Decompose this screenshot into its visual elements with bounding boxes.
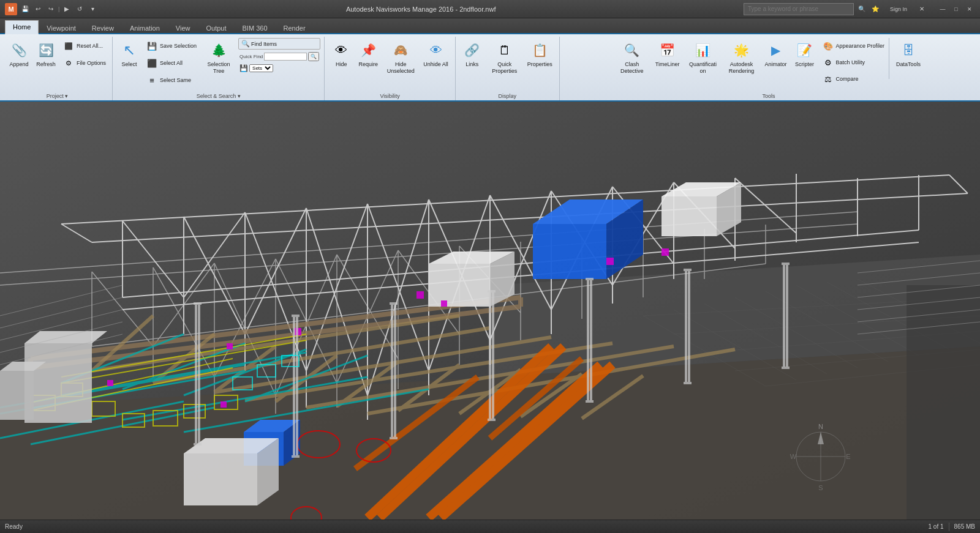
page-indicator: 1 of 1: [929, 523, 944, 530]
properties-icon: 📋: [530, 40, 549, 60]
datatools-button[interactable]: 🗄 DataTools: [893, 38, 924, 70]
svg-rect-106: [533, 224, 606, 279]
append-button[interactable]: 📎 Append: [6, 38, 32, 70]
tools-group-label: Tools: [560, 93, 978, 99]
selection-tree-button[interactable]: 🌲 Selection Tree: [200, 38, 237, 77]
find-items-label: Find Items: [251, 41, 277, 47]
datatools-icon: 🗄: [899, 40, 918, 60]
datatools-group: 🗄 DataTools: [889, 38, 924, 79]
properties-label: Properties: [527, 61, 552, 68]
save-selection-icon: 💾: [146, 40, 158, 52]
qa-save[interactable]: 💾: [20, 4, 31, 15]
timeliner-button[interactable]: 📅 TimeLiner: [652, 38, 683, 70]
quick-find-bar: Quick Find 🔍: [238, 51, 320, 62]
quick-properties-button[interactable]: 🗒 Quick Properties: [486, 38, 523, 77]
svg-rect-144: [417, 291, 424, 299]
title-bar-left: M 💾 ↩ ↪ | ▶ ↺ ▾: [5, 3, 98, 15]
qa-undo[interactable]: ↩: [32, 4, 43, 15]
links-button[interactable]: 🔗 Links: [459, 38, 485, 70]
reset-all-label: Reset All...: [77, 43, 103, 50]
quantification-icon: 📊: [693, 40, 712, 60]
tab-render[interactable]: Render: [276, 21, 314, 34]
tab-output[interactable]: Output: [198, 21, 235, 34]
autodesk-rendering-button[interactable]: 🌟 Autodesk Rendering: [723, 38, 760, 77]
app-icon[interactable]: M: [5, 3, 17, 15]
status-right: 1 of 1 865 MB: [929, 523, 976, 531]
tab-review[interactable]: Review: [84, 21, 122, 34]
qa-refresh[interactable]: ↺: [74, 4, 85, 15]
unhide-all-button[interactable]: 👁 Unhide All: [420, 38, 451, 70]
appearance-profiler-icon: 🎨: [822, 40, 834, 52]
select-same-label: Select Same: [160, 77, 191, 84]
ribbon-group-display: 🔗 Links 🗒 Quick Properties 📋 Properties …: [456, 37, 560, 100]
file-options-label: File Options: [77, 60, 106, 67]
batch-utility-button[interactable]: ⚙ Batch Utility: [820, 54, 888, 70]
appearance-profiler-button[interactable]: 🎨 Appearance Profiler: [820, 38, 888, 54]
qa-dropdown[interactable]: ▾: [87, 4, 98, 15]
qa-redo[interactable]: ↪: [45, 4, 56, 15]
refresh-button[interactable]: 🔄 Refresh: [33, 38, 59, 70]
quick-properties-icon: 🗒: [495, 40, 514, 60]
timeliner-label: TimeLiner: [655, 61, 680, 68]
memory-usage: 865 MB: [954, 523, 975, 530]
display-buttons: 🔗 Links 🗒 Quick Properties 📋 Properties: [459, 38, 556, 99]
find-items-button[interactable]: 🔍 Find Items: [238, 38, 320, 50]
search-button[interactable]: 🔍: [856, 4, 867, 15]
scripter-label: Scripter: [795, 61, 814, 68]
sets-select[interactable]: Sets: [249, 64, 273, 72]
reset-all-button[interactable]: ⬛ Reset All...: [60, 38, 108, 54]
maximize-button[interactable]: □: [951, 4, 962, 15]
file-options-button[interactable]: ⚙ File Options: [60, 55, 108, 71]
save-selection-label: Save Selection: [160, 43, 197, 50]
close-x-button[interactable]: ✕: [916, 4, 927, 15]
scripter-icon: 📝: [795, 40, 815, 60]
tab-bim360[interactable]: BIM 360: [235, 21, 276, 34]
quick-access-toolbar: 💾 ↩ ↪ | ▶ ↺ ▾: [20, 4, 98, 15]
tab-home[interactable]: Home: [5, 20, 39, 34]
status-text: Ready: [5, 523, 23, 530]
svg-rect-112: [429, 264, 490, 307]
hide-label: Hide: [336, 61, 347, 68]
status-left: Ready: [5, 523, 23, 530]
select-all-button[interactable]: ⬛ Select All: [143, 55, 199, 71]
tab-view[interactable]: View: [168, 21, 198, 34]
sign-in-button[interactable]: Sign In: [883, 4, 914, 15]
append-icon: 📎: [9, 40, 29, 60]
qa-play[interactable]: ▶: [61, 4, 72, 15]
tab-animation[interactable]: Animation: [122, 21, 168, 34]
save-selection-button[interactable]: 💾 Save Selection: [143, 38, 199, 54]
clash-detective-button[interactable]: 🔍 Clash Detective: [614, 38, 650, 77]
ribbon-tabs: Home Viewpoint Review Animation View Out…: [0, 18, 980, 34]
select-same-button[interactable]: ≡ Select Same: [143, 72, 199, 88]
select-button[interactable]: ↖ Select: [116, 38, 142, 70]
quantification-label: Quantification: [687, 61, 718, 75]
status-bar: Ready 1 of 1 865 MB: [0, 520, 980, 533]
tools-buttons: 🔍 Clash Detective 📅 TimeLiner 📊 Quantifi…: [614, 38, 924, 102]
file-options-icon: ⚙: [62, 57, 75, 69]
hide-button[interactable]: 👁 Hide: [328, 38, 354, 70]
quantification-button[interactable]: 📊 Quantification: [684, 38, 721, 77]
require-button[interactable]: 📌 Require: [355, 38, 381, 70]
svg-text:W: W: [790, 453, 797, 460]
scripter-button[interactable]: 📝 Scripter: [792, 38, 818, 70]
timeliner-icon: 📅: [658, 40, 677, 60]
unhide-all-label: Unhide All: [423, 61, 448, 68]
quick-find-search-button[interactable]: 🔍: [308, 52, 319, 61]
svg-rect-145: [441, 300, 447, 307]
viewport[interactable]: N E W S: [0, 102, 980, 520]
animator-button[interactable]: ▶ Animator: [761, 38, 790, 70]
window-close-button[interactable]: ✕: [964, 4, 975, 15]
quick-find-label: Quick Find: [239, 54, 263, 59]
quick-properties-label: Quick Properties: [489, 61, 520, 75]
minimize-button[interactable]: —: [937, 4, 948, 15]
autodesk-rendering-label: Autodesk Rendering: [726, 61, 756, 75]
compare-button[interactable]: ⚖ Compare: [820, 71, 888, 87]
hide-unselected-label: Hide Unselected: [385, 61, 416, 75]
properties-button[interactable]: 📋 Properties: [524, 38, 556, 70]
tab-viewpoint[interactable]: Viewpoint: [39, 21, 84, 34]
search-input[interactable]: [744, 3, 854, 15]
hide-unselected-button[interactable]: 🙈 Hide Unselected: [382, 38, 419, 77]
title-bar: M 💾 ↩ ↪ | ▶ ↺ ▾ Autodesk Navisworks Mana…: [0, 0, 980, 18]
bookmark-button[interactable]: ⭐: [870, 4, 881, 15]
quick-find-input[interactable]: [264, 53, 307, 61]
